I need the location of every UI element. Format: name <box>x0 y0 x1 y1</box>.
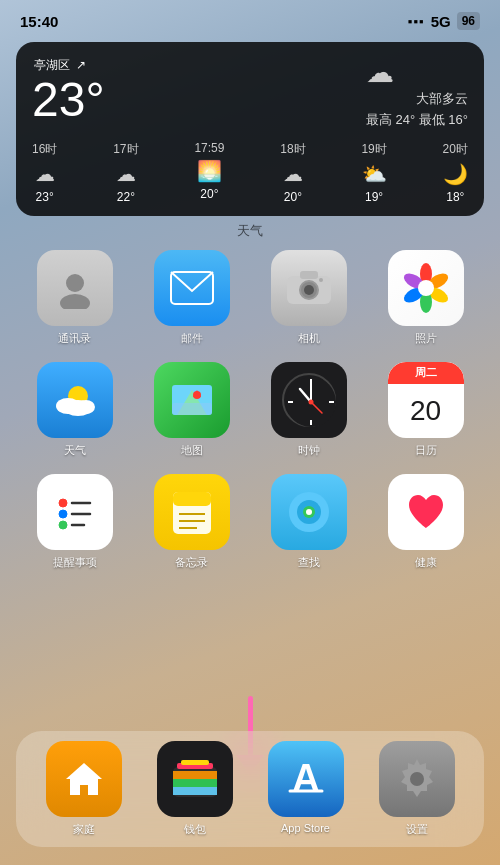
svg-point-1 <box>60 294 90 309</box>
weather-hour-4: 19时 ⛅ 19° <box>361 141 386 204</box>
app-camera[interactable]: 相机 <box>250 250 367 346</box>
weather-hour-3: 18时 ☁ 20° <box>280 141 305 204</box>
app-maps[interactable]: 地图 <box>133 362 250 458</box>
svg-rect-4 <box>300 271 318 279</box>
svg-rect-40 <box>173 492 211 506</box>
svg-point-18 <box>77 400 95 414</box>
app-findmy[interactable]: 查找 <box>250 474 367 570</box>
weather-cloud-icon: ☁ <box>366 56 468 89</box>
weather-widget[interactable]: 亭湖区 ↗ 23° ☁ 大部多云 最高 24° 最低 16° 16时 ☁ 23°… <box>16 42 484 216</box>
svg-rect-52 <box>173 787 217 795</box>
svg-point-0 <box>66 274 84 292</box>
svg-point-33 <box>59 499 67 507</box>
weather-hour-5: 20时 🌙 18° <box>443 141 468 204</box>
location-arrow-icon: ↗ <box>76 58 86 72</box>
app-weather[interactable]: 天气 <box>16 362 133 458</box>
svg-point-58 <box>410 772 424 786</box>
svg-point-6 <box>304 285 314 295</box>
dock-app-home[interactable]: 家庭 <box>28 741 139 837</box>
app-grid: 通讯录 邮件 相机 <box>0 250 500 570</box>
dock-app-wallet[interactable]: 钱包 <box>139 741 250 837</box>
svg-point-35 <box>59 521 67 529</box>
app-mail[interactable]: 邮件 <box>133 250 250 346</box>
signal-icon: ▪▪▪ <box>408 14 425 29</box>
svg-point-47 <box>306 509 312 515</box>
weather-hour-2: 17:59 🌅 20° <box>194 141 224 204</box>
weather-hour-0: 16时 ☁ 23° <box>32 141 57 204</box>
status-right: ▪▪▪ 5G 96 <box>408 12 480 30</box>
svg-rect-50 <box>173 771 217 779</box>
svg-point-14 <box>418 280 434 296</box>
svg-text:A: A <box>292 757 319 799</box>
weather-temperature: 23° <box>32 74 105 127</box>
svg-point-34 <box>59 510 67 518</box>
svg-point-7 <box>319 278 323 282</box>
app-health[interactable]: 健康 <box>367 474 484 570</box>
weather-hourly: 16时 ☁ 23° 17时 ☁ 22° 17:59 🌅 20° 18时 ☁ 20… <box>32 141 468 204</box>
app-photos[interactable]: 照片 <box>367 250 484 346</box>
svg-marker-48 <box>66 763 102 795</box>
dock-app-appstore[interactable]: A App Store <box>250 741 361 837</box>
svg-rect-21 <box>172 403 212 415</box>
svg-rect-54 <box>181 760 209 765</box>
dock-app-settings[interactable]: 设置 <box>361 741 472 837</box>
app-calendar[interactable]: 周二 20 日历 <box>367 362 484 458</box>
weather-widget-label: 天气 <box>0 222 500 240</box>
battery-indicator: 96 <box>457 12 480 30</box>
svg-point-32 <box>308 399 313 404</box>
app-reminders[interactable]: 提醒事项 <box>16 474 133 570</box>
weather-description: 大部多云 最高 24° 最低 16° <box>366 89 468 131</box>
svg-rect-51 <box>173 779 217 787</box>
status-bar: 15:40 ▪▪▪ 5G 96 <box>0 0 500 34</box>
app-notes[interactable]: 备忘录 <box>133 474 250 570</box>
app-clock[interactable]: 时钟 <box>250 362 367 458</box>
status-time: 15:40 <box>20 13 58 30</box>
dock: 家庭 钱包 <box>16 731 484 847</box>
app-contacts[interactable]: 通讯录 <box>16 250 133 346</box>
weather-location: 亭湖区 ↗ <box>32 56 105 74</box>
network-type: 5G <box>431 13 451 30</box>
weather-hour-1: 17时 ☁ 22° <box>113 141 138 204</box>
